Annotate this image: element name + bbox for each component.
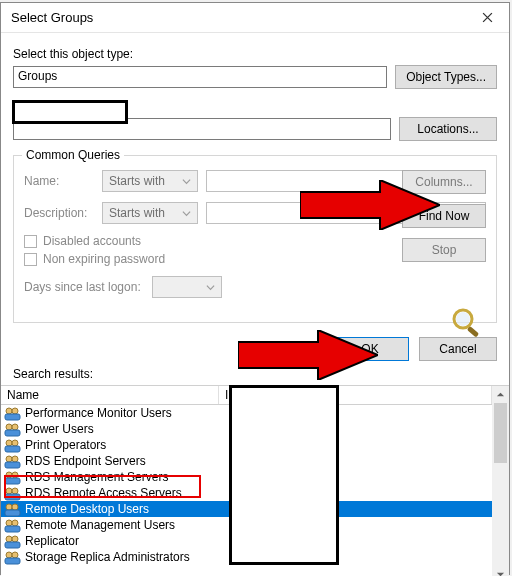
chevron-down-icon: [496, 570, 505, 576]
name-match-combo[interactable]: Starts with: [102, 170, 198, 192]
description-label: Description:: [24, 206, 94, 220]
days-since-combo[interactable]: [152, 276, 222, 298]
svg-rect-29: [5, 542, 20, 548]
name-label: Name:: [24, 174, 94, 188]
group-icon: [4, 470, 21, 485]
svg-point-24: [6, 520, 12, 526]
checkbox-label: Non expiring password: [43, 252, 165, 266]
svg-point-3: [6, 408, 12, 414]
row-name: RDS Management Servers: [25, 470, 168, 484]
svg-point-12: [6, 456, 12, 462]
titlebar: Select Groups: [1, 3, 509, 33]
scroll-up-button[interactable]: [492, 386, 509, 403]
svg-point-4: [12, 408, 18, 414]
object-types-button[interactable]: Object Types...: [395, 65, 497, 89]
row-name: Remote Desktop Users: [25, 502, 149, 516]
object-type-field[interactable]: Groups: [13, 66, 387, 88]
svg-rect-17: [5, 478, 20, 484]
group-icon: [4, 534, 21, 549]
cancel-button[interactable]: Cancel: [419, 337, 497, 361]
svg-rect-8: [5, 430, 20, 436]
chevron-down-icon: [182, 177, 191, 186]
row-name: Performance Monitor Users: [25, 406, 172, 420]
svg-point-30: [6, 552, 12, 558]
scrollbar[interactable]: [492, 386, 509, 576]
svg-rect-5: [5, 414, 20, 420]
magnifier-icon: [450, 306, 486, 338]
svg-rect-14: [5, 462, 20, 468]
svg-point-1: [456, 312, 470, 326]
stop-button[interactable]: Stop: [402, 238, 486, 262]
svg-point-31: [12, 552, 18, 558]
row-name: RDS Endpoint Servers: [25, 454, 146, 468]
group-icon: [4, 454, 21, 469]
svg-rect-23: [5, 510, 20, 516]
svg-rect-32: [5, 558, 20, 564]
common-queries-legend: Common Queries: [22, 148, 124, 162]
svg-point-16: [12, 472, 18, 478]
group-icon: [4, 422, 21, 437]
svg-point-13: [12, 456, 18, 462]
row-name: Print Operators: [25, 438, 106, 452]
close-button[interactable]: [465, 3, 509, 33]
svg-rect-20: [5, 494, 20, 500]
days-since-label: Days since last logon:: [24, 280, 144, 294]
chevron-up-icon: [496, 390, 505, 399]
annotation-redaction: [12, 100, 128, 124]
combo-value: Starts with: [109, 174, 165, 188]
svg-point-6: [6, 424, 12, 430]
svg-rect-26: [5, 526, 20, 532]
description-match-combo[interactable]: Starts with: [102, 202, 198, 224]
svg-point-15: [6, 472, 12, 478]
checkbox-icon: [24, 235, 37, 248]
svg-point-25: [12, 520, 18, 526]
checkbox-label: Disabled accounts: [43, 234, 141, 248]
svg-point-27: [6, 536, 12, 542]
group-icon: [4, 518, 21, 533]
row-name: Remote Management Users: [25, 518, 175, 532]
annotation-redaction: [229, 385, 339, 565]
annotation-arrow: [238, 330, 378, 380]
row-name: Power Users: [25, 422, 94, 436]
column-header-name[interactable]: Name: [1, 386, 219, 404]
annotation-arrow: [300, 180, 440, 230]
dialog-title: Select Groups: [11, 10, 93, 25]
svg-marker-33: [300, 180, 440, 230]
scroll-down-button[interactable]: [492, 566, 509, 576]
row-name: Storage Replica Administrators: [25, 550, 190, 564]
svg-point-19: [12, 488, 18, 494]
svg-point-10: [12, 440, 18, 446]
svg-point-18: [6, 488, 12, 494]
chevron-down-icon: [182, 209, 191, 218]
locations-button[interactable]: Locations...: [399, 117, 497, 141]
object-type-label: Select this object type:: [13, 47, 497, 61]
group-icon: [4, 438, 21, 453]
scroll-thumb[interactable]: [494, 403, 507, 463]
svg-rect-2: [467, 326, 479, 338]
svg-point-28: [12, 536, 18, 542]
combo-value: Starts with: [109, 206, 165, 220]
group-icon: [4, 502, 21, 517]
svg-rect-11: [5, 446, 20, 452]
group-icon: [4, 486, 21, 501]
svg-marker-34: [238, 330, 378, 380]
checkbox-icon: [24, 253, 37, 266]
row-name: RDS Remote Access Servers: [25, 486, 182, 500]
row-name: Replicator: [25, 534, 79, 548]
chevron-down-icon: [206, 283, 215, 292]
svg-point-7: [12, 424, 18, 430]
group-icon: [4, 406, 21, 421]
svg-point-22: [12, 504, 18, 510]
group-icon: [4, 550, 21, 565]
close-icon: [482, 12, 493, 23]
svg-point-21: [6, 504, 12, 510]
svg-point-9: [6, 440, 12, 446]
